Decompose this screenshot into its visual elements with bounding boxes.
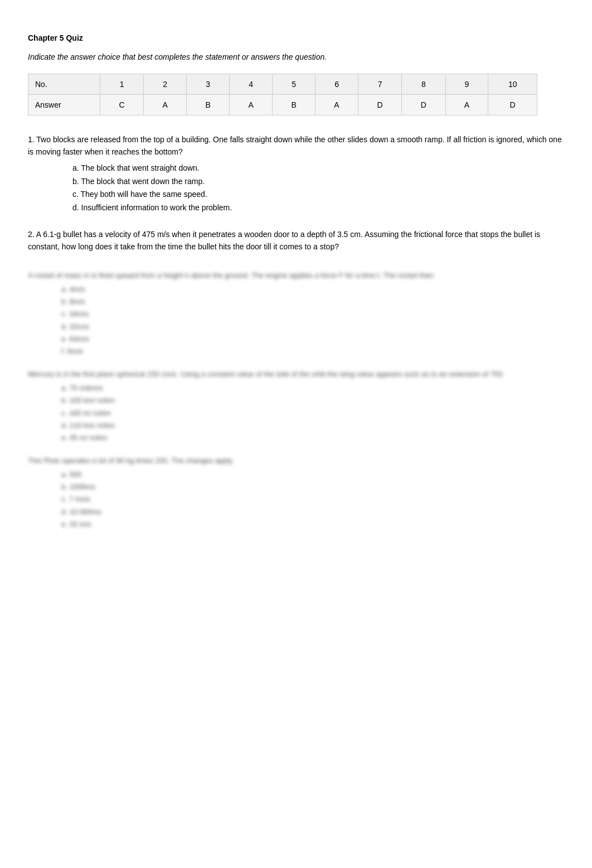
table-answer-cell: D	[358, 95, 402, 115]
blurred-question-text: This Pluto operates a lot of 90 kg times…	[28, 455, 564, 466]
blurred-question: A rocket of mass m is fired upward from …	[28, 270, 564, 358]
table-header-cell: 10	[488, 74, 537, 95]
table-answer-cell: A	[445, 95, 488, 115]
blurred-section: A rocket of mass m is fired upward from …	[28, 270, 564, 531]
blurred-question: Mercury is in the first place spherical …	[28, 369, 564, 444]
blurred-choice: e. 64m/s	[61, 333, 564, 345]
table-header-cell: 5	[273, 74, 316, 95]
blurred-choice: e. 20 m/s	[61, 518, 564, 531]
table-header-cell: 6	[316, 74, 358, 95]
table-answer-cell: D	[488, 95, 537, 115]
answer-choice: d. Insufficient information to work the …	[72, 201, 564, 215]
table-header-cell: 9	[445, 74, 488, 95]
answer-choice: a. The block that went straight down.	[72, 162, 564, 175]
question-text: 2. A 6.1-g bullet has a velocity of 475 …	[28, 228, 564, 253]
question-block: 1. Two blocks are released from the top …	[28, 133, 564, 215]
blurred-choice: c. 7 ms/s	[61, 493, 564, 505]
table-answer-cell: A	[316, 95, 358, 115]
table-header-row: No.12345678910	[28, 74, 537, 95]
table-header-cell: 2	[144, 74, 187, 95]
table-header-cell: 4	[230, 74, 273, 95]
blurred-choice: f. 6m/s	[61, 345, 564, 358]
table-answer-row: AnswerCABABADDAD	[28, 95, 537, 115]
table-header-cell: 3	[187, 74, 230, 95]
table-answer-cell: B	[187, 95, 230, 115]
blurred-question-text: Mercury is in the first place spherical …	[28, 369, 564, 380]
blurred-choice: b. 8m/s	[61, 296, 564, 308]
table-answer-cell: A	[230, 95, 273, 115]
blurred-choice: b. 105 km/ m/km	[61, 394, 564, 407]
table-answer-cell: B	[273, 95, 316, 115]
table-header-cell: 8	[402, 74, 445, 95]
blurred-choice: a. 500	[61, 469, 564, 481]
table-answer-cell: Answer	[28, 95, 100, 115]
table-answer-cell: C	[100, 95, 144, 115]
answer-choice: b. The block that went down the ramp.	[72, 175, 564, 189]
blurred-choice: d. 10 000ms	[61, 506, 564, 518]
blurred-choice: a. 75 m/km/s	[61, 382, 564, 394]
instructions: Indicate the answer choice that best com…	[28, 52, 564, 61]
answer-choice: c. They both will have the same speed.	[72, 188, 564, 201]
blurred-choice: a. 4m/s	[61, 283, 564, 296]
blurred-choice: c. 160 m/ m/km	[61, 407, 564, 419]
table-header-cell: No.	[28, 74, 100, 95]
answer-table: No.12345678910 AnswerCABABADDAD	[28, 74, 537, 115]
questions-container: 1. Two blocks are released from the top …	[28, 133, 564, 253]
table-header-cell: 7	[358, 74, 402, 95]
table-answer-cell: D	[402, 95, 445, 115]
page-title: Chapter 5 Quiz	[28, 33, 564, 42]
blurred-choice: d. 32m/s	[61, 321, 564, 333]
table-header-cell: 1	[100, 74, 144, 95]
question-text: 1. Two blocks are released from the top …	[28, 133, 564, 158]
blurred-choice: b. 1000ms	[61, 481, 564, 493]
blurred-question-text: A rocket of mass m is fired upward from …	[28, 270, 564, 281]
blurred-choice: e. 45 m/ m/km	[61, 432, 564, 444]
blurred-choice: d. 110 km/ m/km	[61, 419, 564, 432]
table-answer-cell: A	[144, 95, 187, 115]
blurred-question: This Pluto operates a lot of 90 kg times…	[28, 455, 564, 531]
blurred-choice: c. 16m/s	[61, 308, 564, 320]
question-block: 2. A 6.1-g bullet has a velocity of 475 …	[28, 228, 564, 253]
